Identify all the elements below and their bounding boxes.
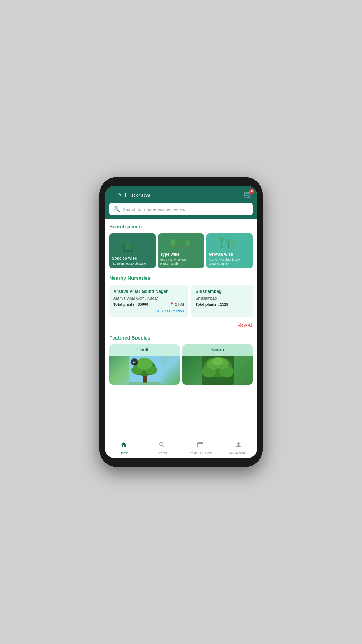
growth-wise-card[interactable]: Growth wise (ex. very fast,fast & slow g…: [206, 233, 253, 268]
neem-image: [182, 356, 253, 385]
svg-rect-27: [129, 382, 161, 385]
back-button[interactable]: ←: [109, 192, 115, 198]
svg-rect-2: [127, 250, 129, 252]
search-icon: 🔍: [113, 206, 120, 212]
header: ← ✎ Lucknow 🛒 0 🔍 Search for nurseries/s…: [105, 186, 257, 219]
bottom-nav: Home Search Previous Orders: [105, 438, 257, 458]
nav-search-label: Search: [157, 451, 167, 455]
edit-icon[interactable]: ✎: [118, 192, 122, 198]
header-left: ← ✎ Lucknow: [109, 191, 150, 199]
phone-screen: ← ✎ Lucknow 🛒 0 🔍 Search for nurseries/s…: [105, 186, 257, 458]
svg-point-14: [219, 237, 224, 242]
nursery-1-distance: 📍 2 KM: [169, 302, 184, 307]
cart-badge: 0: [249, 189, 254, 194]
featured-species-title: Featured Species: [109, 335, 253, 341]
search-placeholder: Search for nurseries/species etc: [123, 207, 185, 212]
main-content: Search plants: [105, 219, 257, 438]
nav-search[interactable]: Search: [143, 441, 181, 455]
search-nav-icon: [159, 441, 166, 450]
nursery-1-name: Aranya Vihar Gomti Nagar: [113, 289, 184, 294]
svg-text:☯: ☯: [133, 361, 136, 364]
type-wise-subtitle: (ex. ornamental,eco plants,fruitful): [160, 258, 202, 265]
header-top: ← ✎ Lucknow 🛒 0: [109, 190, 253, 200]
search-plants-section: Search plants: [105, 219, 257, 271]
svg-rect-4: [131, 250, 133, 252]
nursery-card-1[interactable]: Aranya Vihar Gomti Nagar Aranya Vihar Go…: [109, 285, 188, 317]
svg-point-5: [130, 243, 134, 250]
species-illus: [109, 237, 156, 253]
species-wise-card[interactable]: Species wise (ex. neem, eucalyptus,teak): [109, 233, 156, 268]
search-bar[interactable]: 🔍 Search for nurseries/species etc: [109, 203, 253, 215]
imli-title: Imli: [109, 344, 180, 356]
type-wise-title: Type wise: [160, 252, 202, 257]
nursery-1-bottom: Total plants : 35000 📍 2 KM: [113, 302, 184, 307]
direction-icon: ➤: [157, 309, 160, 313]
city-name: Lucknow: [125, 191, 150, 199]
growth-wise-content: Growth wise (ex. very fast,fast & slow g…: [206, 250, 253, 268]
type-illus: [158, 234, 204, 250]
account-icon: [235, 441, 242, 450]
get-direction-btn[interactable]: ➤ Get Direction: [113, 309, 184, 313]
imli-card[interactable]: Imli: [109, 344, 180, 385]
nav-home-label: Home: [120, 451, 128, 455]
nursery-2-name: Shishambag: [196, 289, 253, 294]
plant-search-cards: Species wise (ex. neem, eucalyptus,teak): [109, 233, 253, 268]
svg-point-18: [226, 239, 230, 244]
nursery-2-address: Shishambag: [196, 296, 253, 300]
svg-point-8: [171, 239, 175, 244]
orders-icon: [197, 441, 204, 450]
svg-rect-11: [185, 247, 189, 249]
imli-illustration: ☯: [109, 356, 180, 385]
nursery-1-plants: Total plants : 35000: [113, 302, 148, 307]
nearby-nurseries-section: Nearby Nurseries Aranya Vihar Gomti Naga…: [105, 271, 257, 321]
nursery-2-plants: Total plants : 1529: [196, 302, 228, 307]
species-wise-subtitle: (ex. neem, eucalyptus,teak): [112, 262, 153, 265]
view-all-button[interactable]: View All: [105, 321, 257, 330]
type-wise-content: Type wise (ex. ornamental,eco plants,fru…: [158, 250, 204, 268]
neem-illustration: [182, 356, 253, 385]
neem-card[interactable]: Neem: [182, 344, 253, 385]
svg-point-20: [232, 240, 236, 246]
home-icon: [120, 441, 127, 450]
nursery-card-2[interactable]: Shishambag Shishambag Total plants : 152…: [191, 285, 253, 317]
svg-point-36: [212, 357, 223, 365]
nav-my-account[interactable]: My Account: [219, 441, 257, 455]
species-wise-content: Species wise (ex. neem, eucalyptus,teak): [109, 253, 156, 268]
nav-orders-label: Previous Orders: [189, 451, 212, 455]
imli-image: ☯: [109, 356, 180, 385]
svg-point-12: [185, 240, 190, 247]
nav-account-label: My Account: [230, 451, 247, 455]
svg-point-26: [136, 358, 153, 370]
cart-button[interactable]: 🛒 0: [243, 190, 253, 200]
svg-point-16: [219, 242, 222, 246]
featured-species-grid: Imli: [109, 344, 253, 385]
search-plants-title: Search plants: [109, 224, 253, 230]
location-icon: 📍: [169, 302, 174, 307]
nursery-1-address: Aranya Vihar Gomti Nagar: [113, 296, 184, 300]
species-wise-title: Species wise: [112, 256, 153, 261]
nursery-2-bottom: Total plants : 1529: [196, 302, 253, 307]
svg-point-3: [126, 243, 130, 249]
growth-illus: [206, 234, 253, 250]
growth-wise-subtitle: (ex. very fast,fast & slow growing plant…: [209, 258, 250, 265]
nav-previous-orders[interactable]: Previous Orders: [181, 441, 219, 455]
type-wise-card[interactable]: Type wise (ex. ornamental,eco plants,fru…: [158, 233, 204, 268]
nav-home[interactable]: Home: [105, 441, 143, 455]
nearby-nurseries-title: Nearby Nurseries: [109, 275, 253, 281]
featured-species-section: Featured Species Imli: [105, 330, 257, 387]
svg-rect-9: [178, 247, 182, 249]
svg-point-1: [122, 244, 126, 251]
neem-title: Neem: [182, 344, 253, 356]
nurseries-scroll: Aranya Vihar Gomti Nagar Aranya Vihar Go…: [109, 285, 253, 318]
svg-point-10: [177, 239, 183, 247]
growth-wise-title: Growth wise: [209, 252, 250, 257]
phone-shell: ← ✎ Lucknow 🛒 0 🔍 Search for nurseries/s…: [99, 177, 263, 467]
